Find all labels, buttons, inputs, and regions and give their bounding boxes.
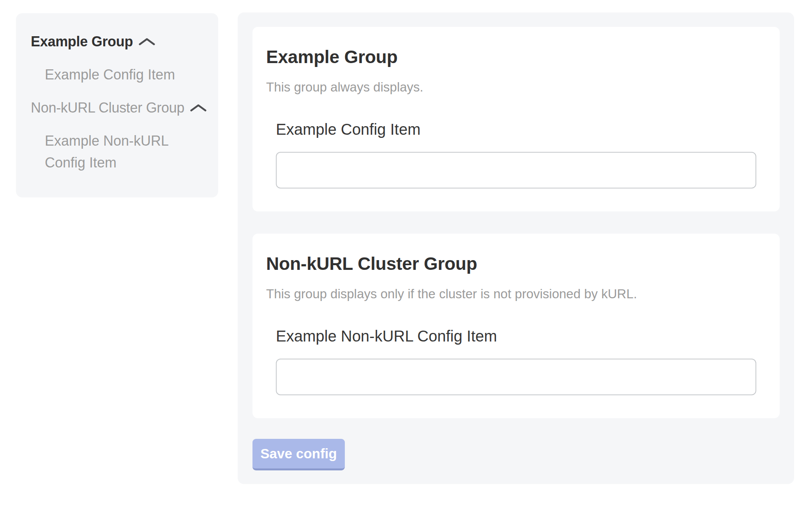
group-description: This group always displays. bbox=[266, 79, 766, 95]
config-area: Example Group This group always displays… bbox=[238, 12, 794, 484]
config-item-input-example-config-item[interactable] bbox=[276, 152, 756, 188]
sidebar-group-label: Non-kURL Cluster Group bbox=[31, 97, 184, 119]
config-item-label: Example Non-kURL Config Item bbox=[276, 325, 766, 347]
save-config-button[interactable]: Save config bbox=[252, 439, 345, 470]
config-nav-sidebar: Example Group Example Config Item Non-kU… bbox=[16, 13, 218, 197]
config-group-card-example-group: Example Group This group always displays… bbox=[252, 27, 780, 211]
sidebar-group-example-group[interactable]: Example Group bbox=[31, 31, 204, 53]
config-item: Example Config Item bbox=[276, 118, 766, 188]
chevron-up-icon bbox=[190, 103, 207, 113]
group-description: This group displays only if the cluster … bbox=[266, 286, 766, 302]
config-item: Example Non-kURL Config Item bbox=[276, 325, 766, 395]
sidebar-group-label: Example Group bbox=[31, 31, 133, 53]
config-item-input-example-non-kurl-config-item[interactable] bbox=[276, 359, 756, 395]
group-title: Example Group bbox=[266, 46, 766, 68]
chevron-up-icon bbox=[139, 37, 155, 46]
group-title: Non-kURL Cluster Group bbox=[266, 253, 766, 275]
sidebar-group-non-kurl-cluster-group[interactable]: Non-kURL Cluster Group bbox=[31, 97, 204, 119]
config-page: Example Group Example Config Item Non-kU… bbox=[0, 0, 812, 507]
sidebar-item-example-non-kurl-config-item[interactable]: Example Non-kURL Config Item bbox=[45, 130, 204, 174]
sidebar-item-example-config-item[interactable]: Example Config Item bbox=[45, 64, 204, 86]
config-item-label: Example Config Item bbox=[276, 118, 766, 140]
config-group-card-non-kurl-cluster-group: Non-kURL Cluster Group This group displa… bbox=[252, 234, 780, 418]
